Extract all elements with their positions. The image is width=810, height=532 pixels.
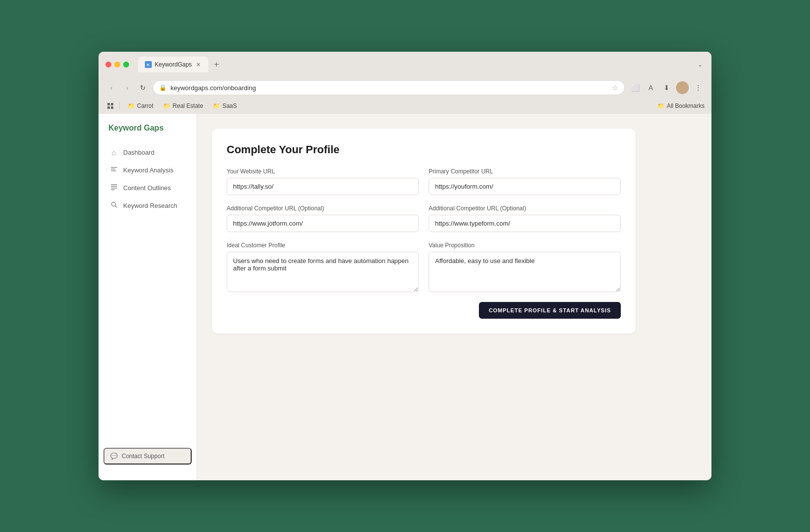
translate-icon[interactable]: A: [644, 81, 657, 94]
tab-close-icon[interactable]: ✕: [195, 61, 202, 68]
form-group-primary-competitor: Primary Competitor URL: [429, 168, 621, 195]
form-group-additional-competitor-2: Additional Competitor URL (Optional): [429, 205, 621, 232]
menu-icon[interactable]: ⋮: [692, 81, 705, 94]
close-button[interactable]: [105, 62, 111, 67]
app-content: Keyword Gaps ⌂ Dashboard Keyword Analysi…: [99, 114, 711, 480]
all-bookmarks-icon: 📁: [657, 102, 665, 109]
primary-competitor-label: Primary Competitor URL: [429, 168, 621, 175]
form-footer: COMPLETE PROFILE & START ANALYSIS: [227, 302, 621, 319]
additional-competitor-2-input[interactable]: [429, 215, 621, 232]
bookmark-carrot-label: Carrot: [137, 102, 153, 109]
svg-rect-6: [111, 190, 115, 191]
address-bar[interactable]: 🔒 keywordgaps.com/onboarding ☆: [153, 80, 625, 95]
tab-dropdown-icon[interactable]: ⌄: [696, 59, 705, 70]
folder-icon: 📁: [213, 102, 220, 109]
bookmark-saas-label: SaaS: [222, 102, 236, 109]
browser-titlebar: K KeywordGaps ✕ + ⌄: [99, 52, 711, 77]
maximize-button[interactable]: [123, 62, 129, 67]
all-bookmarks-button[interactable]: 📁 All Bookmarks: [657, 102, 705, 109]
tab-favicon: K: [145, 61, 152, 68]
tab-bar: K KeywordGaps ✕ + ⌄: [138, 57, 705, 72]
analysis-icon: [109, 166, 118, 174]
browser-chrome: K KeywordGaps ✕ + ⌄ ‹ › ↻ 🔒 keywordgaps.…: [99, 52, 711, 114]
svg-rect-5: [111, 188, 117, 189]
svg-rect-2: [111, 170, 116, 171]
contact-support-label: Contact Support: [122, 453, 165, 460]
svg-rect-4: [111, 186, 117, 187]
bookmark-saas[interactable]: 📁 SaaS: [209, 101, 240, 110]
app-logo: Keyword Gaps: [99, 124, 197, 144]
ideal-customer-textarea[interactable]: [227, 252, 419, 292]
profile-form-card: Complete Your Profile Your Website URL P…: [212, 129, 636, 333]
website-url-label: Your Website URL: [227, 168, 419, 175]
downloads-icon[interactable]: ⬇: [660, 81, 673, 94]
sidebar-item-dashboard[interactable]: ⌂ Dashboard: [103, 144, 192, 161]
refresh-button[interactable]: ↻: [137, 82, 149, 94]
additional-competitor-1-input[interactable]: [227, 215, 419, 232]
sidebar-item-keyword-research-label: Keyword Research: [123, 202, 177, 209]
sidebar-nav: ⌂ Dashboard Keyword Analysis: [99, 144, 197, 442]
sidebar-item-keyword-analysis[interactable]: Keyword Analysis: [103, 162, 192, 178]
forward-button[interactable]: ›: [121, 82, 133, 94]
browser-addressbar: ‹ › ↻ 🔒 keywordgaps.com/onboarding ☆ ⬜ A…: [99, 77, 711, 99]
form-row-3: Ideal Customer Profile Value Proposition: [227, 242, 621, 292]
additional-competitor-1-label: Additional Competitor URL (Optional): [227, 205, 419, 212]
active-tab[interactable]: K KeywordGaps ✕: [138, 57, 208, 72]
bookmarks-bar: 📁 Carrot 📁 Real Estate 📁 SaaS 📁 All Book…: [99, 99, 711, 114]
lock-icon: 🔒: [159, 84, 167, 91]
ideal-customer-label: Ideal Customer Profile: [227, 242, 419, 249]
bookmark-real-estate[interactable]: 📁 Real Estate: [159, 101, 207, 110]
form-group-value-proposition: Value Proposition: [429, 242, 621, 292]
form-group-website-url: Your Website URL: [227, 168, 419, 195]
sidebar-item-content-outlines-label: Content Outlines: [123, 184, 171, 192]
value-proposition-textarea[interactable]: [429, 252, 621, 292]
bookmarks-separator: [119, 102, 120, 110]
form-group-additional-competitor-1: Additional Competitor URL (Optional): [227, 205, 419, 232]
new-tab-button[interactable]: +: [210, 59, 222, 70]
sidebar-item-content-outlines[interactable]: Content Outlines: [103, 179, 192, 196]
tab-title: KeywordGaps: [155, 61, 192, 68]
website-url-input[interactable]: [227, 178, 419, 195]
sidebar-item-dashboard-label: Dashboard: [123, 149, 155, 156]
extensions-icon[interactable]: ⬜: [629, 81, 641, 94]
search-icon: [109, 201, 118, 210]
profile-avatar[interactable]: [676, 81, 689, 94]
grid-view-button[interactable]: [105, 101, 115, 111]
sidebar-item-keyword-research[interactable]: Keyword Research: [103, 197, 192, 214]
additional-competitor-2-label: Additional Competitor URL (Optional): [429, 205, 621, 212]
folder-icon: 📁: [128, 102, 135, 109]
svg-rect-3: [111, 184, 117, 185]
outlines-icon: [109, 183, 118, 192]
back-button[interactable]: ‹: [105, 82, 117, 94]
contact-support-button[interactable]: 💬 Contact Support: [103, 448, 192, 465]
chat-icon: 💬: [110, 453, 118, 460]
folder-icon: 📁: [163, 102, 170, 109]
sidebar-footer: 💬 Contact Support: [99, 442, 197, 470]
sidebar-item-keyword-analysis-label: Keyword Analysis: [123, 166, 173, 174]
bookmark-real-estate-label: Real Estate: [172, 102, 203, 109]
browser-window: K KeywordGaps ✕ + ⌄ ‹ › ↻ 🔒 keywordgaps.…: [99, 52, 711, 480]
all-bookmarks-label: All Bookmarks: [667, 102, 705, 109]
url-text: keywordgaps.com/onboarding: [170, 84, 608, 92]
main-content: Complete Your Profile Your Website URL P…: [197, 114, 711, 480]
home-icon: ⌂: [109, 148, 118, 157]
submit-button[interactable]: COMPLETE PROFILE & START ANALYSIS: [479, 302, 621, 319]
form-group-ideal-customer: Ideal Customer Profile: [227, 242, 419, 292]
browser-controls: ⬜ A ⬇ ⋮: [629, 81, 705, 94]
minimize-button[interactable]: [114, 62, 120, 67]
svg-rect-1: [111, 169, 115, 170]
sidebar: Keyword Gaps ⌂ Dashboard Keyword Analysi…: [99, 114, 197, 480]
bookmark-star-icon[interactable]: ☆: [612, 84, 618, 92]
traffic-lights: [105, 62, 129, 67]
form-row-1: Your Website URL Primary Competitor URL: [227, 168, 621, 195]
primary-competitor-input[interactable]: [429, 178, 621, 195]
form-row-2: Additional Competitor URL (Optional) Add…: [227, 205, 621, 232]
svg-line-8: [115, 206, 116, 207]
svg-rect-0: [111, 167, 117, 168]
value-proposition-label: Value Proposition: [429, 242, 621, 249]
bookmark-carrot[interactable]: 📁 Carrot: [124, 101, 157, 110]
form-title: Complete Your Profile: [227, 143, 621, 156]
